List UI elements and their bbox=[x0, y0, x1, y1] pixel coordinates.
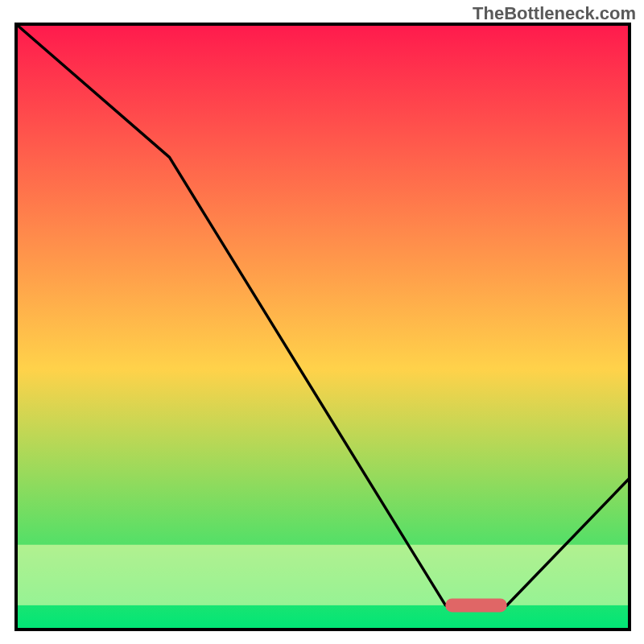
chart-container: TheBottleneck.com bbox=[0, 0, 644, 644]
attribution-text: TheBottleneck.com bbox=[473, 3, 636, 24]
plot-background bbox=[16, 24, 630, 630]
highlight-range-marker bbox=[445, 598, 506, 612]
bottleneck-chart bbox=[0, 0, 644, 644]
